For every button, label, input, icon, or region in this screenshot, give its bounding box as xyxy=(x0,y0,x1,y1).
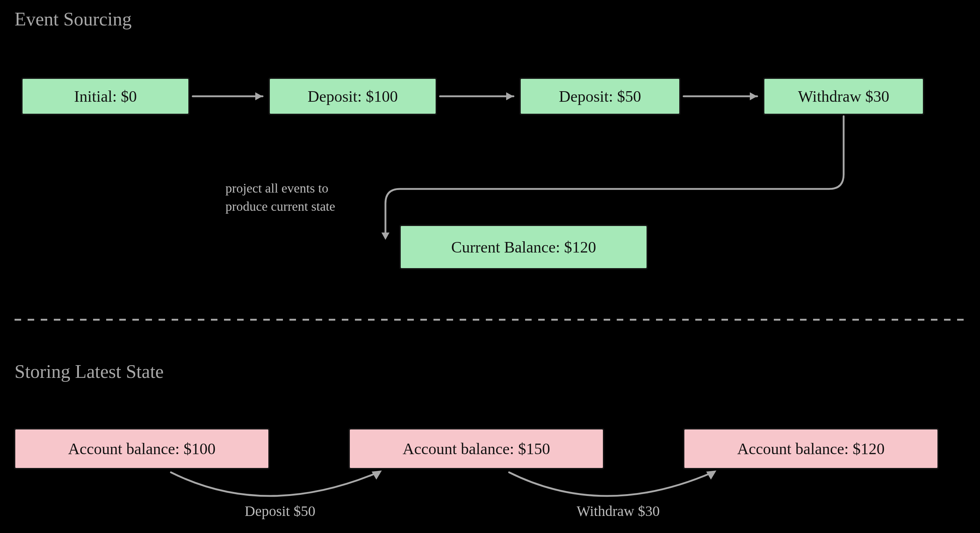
state-label: Account balance: $120 xyxy=(737,440,885,458)
event-sourcing-title: Event Sourcing xyxy=(14,9,132,29)
projection-note-line2: produce current state xyxy=(226,199,335,214)
event-box-deposit-100: Deposit: $100 xyxy=(269,78,436,114)
arrow-projection xyxy=(382,116,844,240)
arrow-s1-s2 xyxy=(171,471,382,496)
event-label: Deposit: $50 xyxy=(559,87,641,105)
projection-note-line1: project all events to xyxy=(226,181,328,195)
svg-marker-5 xyxy=(506,92,514,100)
storing-state-title: Storing Latest State xyxy=(14,361,164,382)
svg-marker-6 xyxy=(750,92,757,100)
diagram-canvas: Event Sourcing Initial: $0 Deposit: $100… xyxy=(0,0,980,533)
arrow-e3-e4 xyxy=(684,92,757,100)
arrow-s2-s3 xyxy=(509,471,716,496)
svg-marker-4 xyxy=(255,92,262,100)
event-label: Deposit: $100 xyxy=(308,87,398,105)
svg-marker-7 xyxy=(382,233,390,240)
arrow-e1-e2 xyxy=(193,92,262,100)
event-label: Withdraw $30 xyxy=(798,87,889,105)
state-label: Account balance: $100 xyxy=(68,440,216,458)
result-label: Current Balance: $120 xyxy=(451,238,596,256)
state-box-2: Account balance: $150 xyxy=(349,429,604,469)
event-box-withdraw-30: Withdraw $30 xyxy=(764,78,924,114)
event-box-deposit-50: Deposit: $50 xyxy=(520,78,680,114)
state-box-3: Account balance: $120 xyxy=(684,429,938,469)
arrow-e2-e3 xyxy=(440,92,514,100)
transition-label-2: Withdraw $30 xyxy=(577,503,660,519)
event-label: Initial: $0 xyxy=(74,87,137,105)
result-box: Current Balance: $120 xyxy=(400,225,647,269)
state-box-1: Account balance: $100 xyxy=(14,429,269,469)
state-label: Account balance: $150 xyxy=(402,440,550,458)
transition-label-1: Deposit $50 xyxy=(245,503,315,519)
event-box-initial: Initial: $0 xyxy=(22,78,189,114)
